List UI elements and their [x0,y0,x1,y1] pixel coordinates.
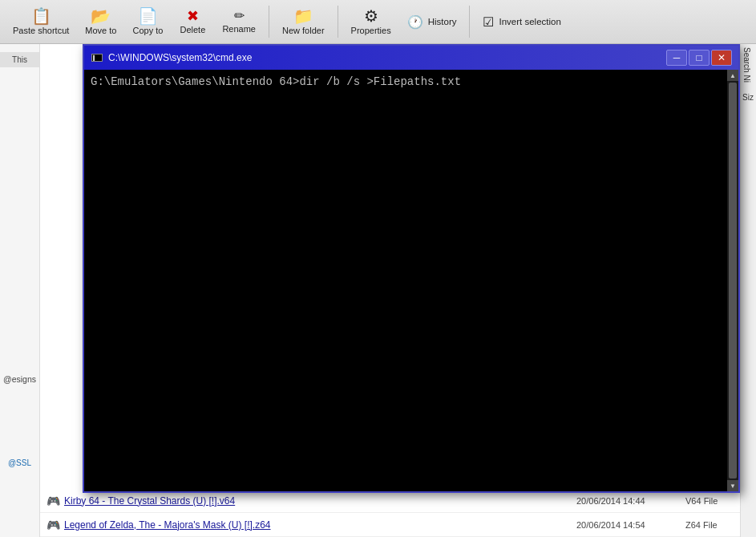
content-area: C:\WINDOWS\system32\cmd.exe ─ □ ✕ G:\Emu… [40,44,756,537]
file-date-kirby: 20/06/2014 14:44 [576,496,681,506]
sidebar-this-label[interactable]: This [0,52,39,67]
paste-shortcut-button[interactable]: 📋 Paste shortcut [6,2,75,41]
copy-to-label: Copy to [132,26,163,35]
toolbar: 📋 Paste shortcut 📂 Move to 📄 Copy to ✖ D… [0,0,756,44]
rename-button[interactable]: ✏ Rename [216,2,262,41]
size-label: Siz [741,91,755,103]
move-to-button[interactable]: 📂 Move to [79,2,123,41]
cmd-window: C:\WINDOWS\system32\cmd.exe ─ □ ✕ G:\Emu… [83,44,740,493]
sidebar-esigns-label[interactable]: @esigns [1,372,38,386]
cmd-title-text: C:\WINDOWS\system32\cmd.exe [108,52,666,63]
move-to-icon: 📂 [91,8,111,24]
search-panel: Search Ni Siz [740,44,756,537]
search-ni-label: Search Ni [741,44,753,86]
history-label: History [428,17,457,26]
cmd-minimize-button[interactable]: ─ [666,50,687,66]
cmd-close-button[interactable]: ✕ [711,50,732,66]
file-name-kirby: Kirby 64 - The Crystal Shards (U) [!].v6… [64,495,572,507]
move-to-label: Move to [85,26,116,35]
cmd-icon-inner [91,54,103,62]
properties-icon: ⚙ [364,8,378,24]
sidebar-ssl-label[interactable]: @SSL [8,458,31,467]
history-button[interactable]: 🕐 History [401,7,463,36]
file-icon-zelda: 🎮 [46,519,59,531]
cmd-content-row: G:\Emulators\Games\Nintendo 64>dir /b /s… [84,70,738,491]
rename-label: Rename [222,24,256,34]
delete-icon: ✖ [187,9,199,23]
sidebar: This @esigns @SSL [0,44,40,537]
cmd-maximize-button[interactable]: □ [689,50,710,66]
separator-2 [338,6,338,38]
file-icon-kirby: 🎮 [46,495,59,507]
cmd-controls: ─ □ ✕ [666,50,732,66]
cmd-scrollbar[interactable]: ▲ ▼ [727,70,738,491]
copy-to-icon: 📄 [138,8,158,24]
properties-button[interactable]: ⚙ Properties [345,2,398,41]
invert-selection-label: Invert selection [499,17,560,26]
separator-3 [469,6,470,38]
new-folder-label: New folder [282,26,325,35]
file-list: 🎮 Kirby 64 - The Crystal Shards (U) [!].… [40,489,756,537]
cmd-scroll-thumb[interactable] [729,83,737,478]
invert-selection-button[interactable]: ☑ Invert selection [476,7,567,36]
new-folder-button[interactable]: 📁 New folder [276,2,331,41]
paste-shortcut-label: Paste shortcut [13,26,69,35]
cmd-title-icon [91,51,103,64]
rename-icon: ✏ [234,10,245,22]
cmd-command-text: G:\Emulators\Games\Nintendo 64>dir /b /s… [91,75,721,91]
cmd-scroll-down-button[interactable]: ▼ [727,480,738,491]
paste-shortcut-icon: 📋 [31,8,51,24]
invert-selection-icon: ☑ [483,14,494,30]
new-folder-icon: 📁 [293,8,313,24]
cmd-scroll-up-button[interactable]: ▲ [727,70,738,81]
properties-label: Properties [351,26,391,35]
cmd-body[interactable]: G:\Emulators\Games\Nintendo 64>dir /b /s… [84,70,727,491]
file-name-zelda: Legend of Zelda, The - Majora's Mask (U)… [64,519,572,531]
delete-button[interactable]: ✖ Delete [172,2,212,41]
delete-label: Delete [180,25,205,34]
separator-1 [269,6,269,38]
cmd-titlebar[interactable]: C:\WINDOWS\system32\cmd.exe ─ □ ✕ [84,46,738,70]
main-area: This @esigns @SSL C:\WINDOWS\system32\cm… [0,44,756,537]
table-row[interactable]: 🎮 Legend of Zelda, The - Majora's Mask (… [40,513,756,537]
history-icon: 🕐 [407,14,423,30]
file-date-zelda: 20/06/2014 14:54 [576,520,681,530]
copy-to-button[interactable]: 📄 Copy to [126,2,169,41]
